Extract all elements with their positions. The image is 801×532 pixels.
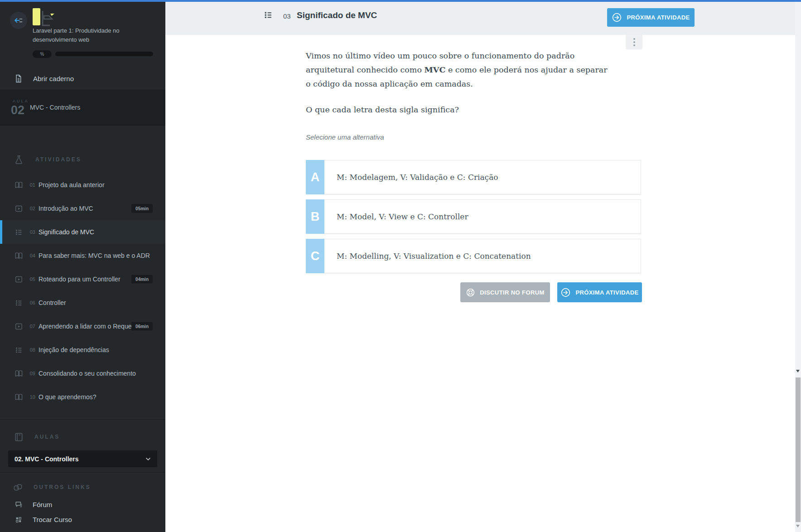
duration-badge: 05min (131, 204, 153, 213)
scrollbar-thumb[interactable] (796, 377, 801, 522)
sidebar-item-para-saber-mais[interactable]: 04 Para saber mais: MVC na web e o ADR (0, 244, 165, 267)
vertical-scrollbar[interactable] (795, 0, 801, 532)
activity-label: Projeto da aula anterior (39, 181, 105, 189)
activity-label: Consolidando o seu conhecimento (39, 370, 136, 377)
link-label: Trocar Curso (33, 516, 72, 523)
lifebuoy-icon (466, 288, 475, 297)
next-activity-label: PRÓXIMA ATIVIDADE (627, 14, 690, 21)
question-area: Vimos no último vídeo um pouco sobre o f… (306, 49, 643, 302)
notebook-label: Abrir caderno (33, 75, 74, 82)
lesson-select-value: 02. MVC - Controllers (14, 455, 79, 463)
activity-label: Injeção de dependências (39, 346, 109, 353)
question-paragraph-1: Vimos no último vídeo um pouco sobre o f… (306, 49, 610, 91)
activity-label: Roteando para um Controller (39, 276, 121, 283)
alternative-letter: C (306, 239, 324, 273)
list-icon (14, 346, 24, 354)
next-activity-button[interactable]: PRÓXIMA ATIVIDADE (607, 8, 695, 27)
select-alternative-hint: Selecione uma alternativa (306, 133, 643, 141)
lesson-word: AULA (13, 99, 29, 103)
activity-label: Para saber mais: MVC na web e o ADR (39, 252, 150, 259)
list-icon (14, 299, 24, 307)
book-open-icon (14, 393, 24, 401)
sidebar-item-controller[interactable]: 06 Controller (0, 291, 165, 314)
activity-label: O que aprendemos? (39, 393, 97, 401)
sidebar-item-consolidando-o-seu-conhecimento[interactable]: 09 Consolidando o seu conhecimento (0, 362, 165, 385)
activities-section-header: ATIVIDADES (0, 150, 165, 169)
sidebar-item-aprendendo-a-lidar-com-o-request[interactable]: 07 Aprendendo a lidar com o Request 06mi… (0, 314, 165, 338)
activity-number: 09 (27, 371, 35, 376)
lesson-select-dropdown[interactable]: 02. MVC - Controllers (8, 450, 157, 467)
activity-number: 01 (27, 182, 35, 188)
question-footer-buttons: DISCUTIR NO FORUM PRÓXIMA ATIVIDADE (306, 282, 642, 302)
activity-header: 03 Significado de MVC PRÓXIMA ATIVIDADE (165, 0, 795, 35)
scroll-down-arrow-icon[interactable] (796, 525, 800, 527)
sidebar-item-trocar-curso[interactable]: Trocar Curso (0, 512, 165, 527)
alternative-letter: A (306, 160, 324, 194)
sidebar-item-roteando-para-um-controller[interactable]: 05 Roteando para um Controller 04min (0, 267, 165, 291)
collapse-sidebar-button[interactable] (10, 12, 27, 29)
activity-number: 03 (283, 12, 291, 20)
progress-percent-badge: % (33, 50, 52, 58)
lessons-section: AULAS 02. MVC - Controllers (0, 419, 165, 467)
video-icon (14, 275, 24, 284)
video-icon (14, 322, 24, 331)
discuss-forum-button[interactable]: DISCUTIR NO FORUM (460, 282, 550, 302)
alternative-body: M: Modelagem, V: Validação e C: Criação (324, 160, 641, 194)
alternative-c[interactable]: C M: Modelling, V: Visualization e C: Co… (306, 239, 641, 273)
activities-header-label: ATIVIDADES (35, 156, 82, 163)
alternative-b[interactable]: B M: Model, V: View e C: Controller (306, 199, 641, 234)
lessons-header-label: AULAS (34, 434, 60, 440)
sidebar-item-forum[interactable]: Fórum (0, 497, 165, 512)
discuss-forum-label: DISCUTIR NO FORUM (480, 289, 545, 296)
lessons-section-header: AULAS (0, 423, 165, 450)
duration-badge: 04min (131, 275, 153, 284)
arrow-right-circle-icon (612, 12, 622, 23)
activity-number: 08 (27, 347, 35, 353)
activity-number: 02 (27, 206, 35, 211)
activity-label: Introdução ao MVC (39, 205, 93, 212)
chevron-down-icon (145, 455, 152, 463)
activity-number: 04 (27, 253, 35, 258)
arrow-right-circle-icon (560, 287, 571, 298)
lesson-number: 02 (11, 103, 24, 117)
list-icon (263, 10, 273, 20)
sidebar-item-projeto-aula-anterior[interactable]: 01 Projeto da aula anterior (0, 173, 165, 197)
activity-number: 06 (27, 300, 35, 305)
alternative-letter: B (306, 199, 324, 234)
next-activity-label: PRÓXIMA ATIVIDADE (575, 289, 638, 296)
more-options-button[interactable] (626, 35, 642, 49)
alternatives-list: A M: Modelagem, V: Validação e C: Criaçã… (306, 160, 643, 273)
alternative-a[interactable]: A M: Modelagem, V: Validação e C: Criaçã… (306, 160, 641, 194)
activity-label: Aprendendo a lidar com o Request (39, 323, 136, 330)
activity-number: 10 (27, 394, 35, 400)
flask-icon (14, 155, 24, 165)
link-icon (13, 482, 23, 493)
open-notebook-button[interactable]: Abrir caderno (0, 68, 165, 89)
notebook-icon (14, 74, 23, 83)
sidebar-item-introducao-ao-mvc[interactable]: 02 Introdução ao MVC 05min (0, 197, 165, 220)
sidebar-item-injecao-de-dependencias[interactable]: 08 Injeção de dependências (0, 338, 165, 362)
alternative-body: M: Model, V: View e C: Controller (324, 199, 641, 234)
activity-number: 07 (27, 324, 35, 329)
main-content: 03 Significado de MVC PRÓXIMA ATIVIDADE … (165, 0, 795, 532)
activity-number: 05 (27, 276, 35, 282)
book-open-icon (14, 181, 24, 189)
current-lesson-banner: AULA 02 MVC - Controllers (0, 90, 165, 126)
scroll-down-arrow-icon[interactable] (796, 370, 800, 372)
sidebar-item-significado-de-mvc[interactable]: 03 Significado de MVC (0, 220, 165, 244)
activities-list: 01 Projeto da aula anterior 02 Introduçã… (0, 173, 165, 409)
course-title: Laravel parte 1: Produtividade no desenv… (33, 26, 128, 44)
alternative-text: M: Model, V: View e C: Controller (337, 212, 468, 221)
other-links-header: OUTROS LINKS (0, 477, 165, 497)
progress-bar (55, 52, 153, 56)
course-sidebar: Laravel parte 1: Produtividade no desenv… (0, 0, 165, 532)
alternative-text: M: Modelling, V: Visualization e C: Conc… (337, 251, 531, 261)
question-text-bold: MVC (424, 65, 445, 74)
alternative-body: M: Modelling, V: Visualization e C: Conc… (324, 239, 641, 273)
duration-badge: 06min (131, 322, 153, 331)
book-open-icon (14, 251, 24, 260)
question-paragraph-2: O que cada letra desta sigla significa? (306, 103, 610, 117)
back-arrow-icon (14, 15, 24, 25)
next-activity-button-bottom[interactable]: PRÓXIMA ATIVIDADE (557, 282, 642, 302)
sidebar-item-o-que-aprendemos[interactable]: 10 O que aprendemos? (0, 385, 165, 409)
